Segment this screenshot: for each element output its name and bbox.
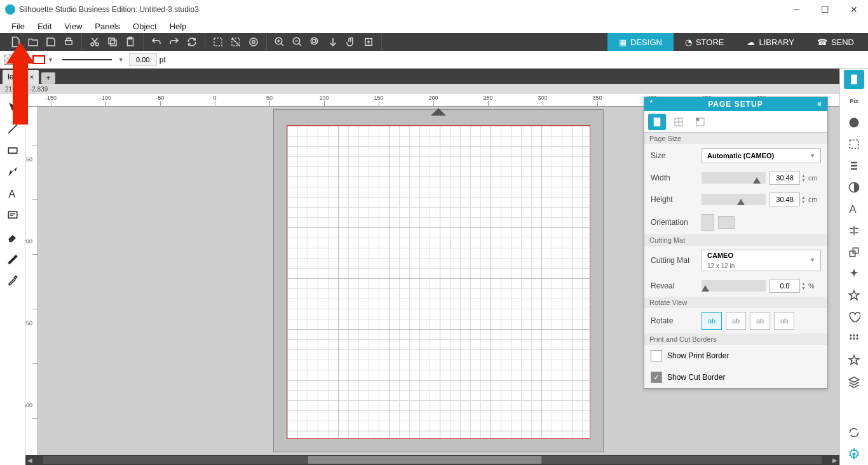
horizontal-scrollbar[interactable]: ◀ ▶ — [25, 455, 839, 465]
tab-send[interactable]: ☎SEND — [806, 33, 865, 51]
zoom-out-button[interactable] — [289, 34, 306, 50]
pixscan-button[interactable]: Pix — [844, 91, 864, 111]
document-tab[interactable]: led-3 × — [3, 70, 39, 84]
cut-button[interactable] — [86, 34, 103, 50]
panel-collapse-button[interactable]: ˄ — [649, 100, 654, 109]
trace-button[interactable] — [844, 156, 864, 175]
select-all-button[interactable] — [210, 34, 226, 50]
refresh-button[interactable] — [184, 34, 200, 50]
rotate-270-button[interactable]: ab — [774, 312, 794, 330]
tab-design[interactable]: ▦DESIGN — [607, 33, 674, 51]
tab-store[interactable]: ◔STORE — [674, 33, 736, 51]
copy-button[interactable] — [104, 34, 121, 50]
menu-edit[interactable]: Edit — [31, 20, 58, 32]
menu-file[interactable]: File — [5, 20, 31, 32]
line-style-preview[interactable] — [62, 59, 112, 60]
line-style-button[interactable] — [844, 135, 864, 154]
knife-tool[interactable] — [3, 249, 22, 268]
document-tabs: led-3 × + — [0, 69, 868, 84]
panel-tab-page[interactable] — [648, 114, 666, 130]
deselect-button[interactable] — [227, 34, 244, 50]
width-slider[interactable] — [702, 172, 766, 184]
redo-button[interactable] — [166, 34, 182, 50]
freehand-tool[interactable] — [3, 163, 22, 182]
save-button[interactable] — [43, 34, 59, 50]
width-input[interactable] — [770, 171, 800, 185]
cutting-mat-select[interactable]: CAMEO 12 x 12 in ▼ — [702, 250, 821, 271]
undo-button[interactable] — [148, 34, 165, 50]
print-button[interactable] — [60, 34, 77, 50]
fill-dropdown-arrow[interactable]: ▼ — [22, 57, 27, 63]
text-tool[interactable]: A — [3, 184, 22, 203]
menu-help[interactable]: Help — [163, 20, 193, 32]
reveal-input[interactable] — [770, 279, 800, 293]
line-dropdown-arrow[interactable]: ▼ — [118, 57, 124, 63]
effects-button[interactable] — [844, 264, 864, 283]
tab-library[interactable]: ☁LIBRARY — [735, 33, 805, 51]
zoom-selection-button[interactable] — [307, 34, 323, 50]
svg-point-10 — [250, 38, 257, 46]
align-button[interactable] — [844, 221, 864, 240]
rotate-90-button[interactable]: ab — [726, 312, 746, 330]
zoom-in-button[interactable] — [271, 34, 288, 50]
pan-button[interactable] — [342, 34, 359, 50]
store-icon: ◔ — [685, 37, 692, 47]
panel-tab-grid[interactable] — [670, 114, 688, 130]
rectangle-tool[interactable] — [3, 141, 22, 160]
text-style-button[interactable]: A — [844, 199, 864, 219]
zoom-fit-button[interactable] — [325, 34, 341, 50]
open-file-button[interactable] — [25, 34, 41, 50]
page-setup-button[interactable] — [844, 70, 864, 89]
rotate-180-button[interactable]: ab — [750, 312, 770, 330]
fit-page-button[interactable] — [360, 34, 377, 50]
star-outline-button[interactable] — [844, 351, 864, 370]
menu-view[interactable]: View — [58, 20, 88, 32]
new-file-button[interactable] — [7, 34, 24, 50]
preview-button[interactable] — [245, 34, 262, 50]
rhinestone-button[interactable] — [844, 329, 864, 348]
paste-button[interactable] — [122, 34, 139, 50]
height-slider[interactable] — [702, 194, 766, 205]
contrast-button[interactable] — [844, 178, 864, 197]
note-tool[interactable] — [3, 206, 22, 225]
size-select[interactable]: Automatic (CAMEO)▼ — [702, 148, 821, 163]
refresh-panel-button[interactable] — [844, 423, 864, 442]
svg-rect-0 — [65, 41, 72, 44]
scroll-left-arrow[interactable]: ◀ — [25, 455, 34, 464]
heart-button[interactable] — [844, 307, 864, 327]
menu-panels[interactable]: Panels — [88, 20, 126, 32]
orientation-landscape-button[interactable] — [718, 216, 735, 229]
eyedropper-tool[interactable] — [3, 271, 22, 290]
star-button[interactable] — [844, 286, 864, 305]
line-tool[interactable] — [3, 119, 22, 138]
width-spinner[interactable]: ▲▼ — [801, 173, 806, 182]
scroll-right-arrow[interactable]: ▶ — [831, 455, 839, 464]
fill-swatch[interactable] — [4, 55, 19, 65]
close-button[interactable]: ✕ — [839, 0, 868, 19]
line-weight-input[interactable] — [129, 53, 157, 66]
orientation-portrait-button[interactable] — [702, 214, 714, 231]
panel-tab-registration[interactable] — [691, 114, 709, 130]
stroke-swatch[interactable] — [32, 55, 45, 64]
scale-button[interactable] — [844, 243, 864, 262]
minimize-button[interactable]: ─ — [782, 0, 811, 19]
reveal-slider[interactable] — [702, 280, 766, 292]
show-cut-border-checkbox[interactable]: ✓ — [651, 372, 662, 383]
svg-point-37 — [853, 453, 856, 456]
eraser-tool[interactable] — [3, 227, 22, 246]
add-tab-button[interactable]: + — [41, 72, 55, 84]
menu-object[interactable]: Object — [126, 20, 163, 32]
rotate-0-button[interactable]: ab — [702, 312, 722, 330]
show-print-border-checkbox[interactable] — [651, 350, 662, 361]
stroke-dropdown-arrow[interactable]: ▼ — [48, 57, 53, 63]
maximize-button[interactable]: ☐ — [811, 0, 839, 19]
layers-button[interactable] — [844, 372, 864, 391]
settings-button[interactable] — [844, 445, 864, 464]
panel-close-button[interactable]: × — [817, 100, 822, 109]
fill-color-button[interactable] — [844, 113, 864, 132]
height-input[interactable] — [770, 192, 800, 206]
reveal-spinner[interactable]: ▲▼ — [801, 281, 806, 290]
height-spinner[interactable]: ▲▼ — [801, 195, 806, 204]
select-tool[interactable] — [3, 98, 22, 117]
close-tab-button[interactable]: × — [30, 73, 34, 81]
